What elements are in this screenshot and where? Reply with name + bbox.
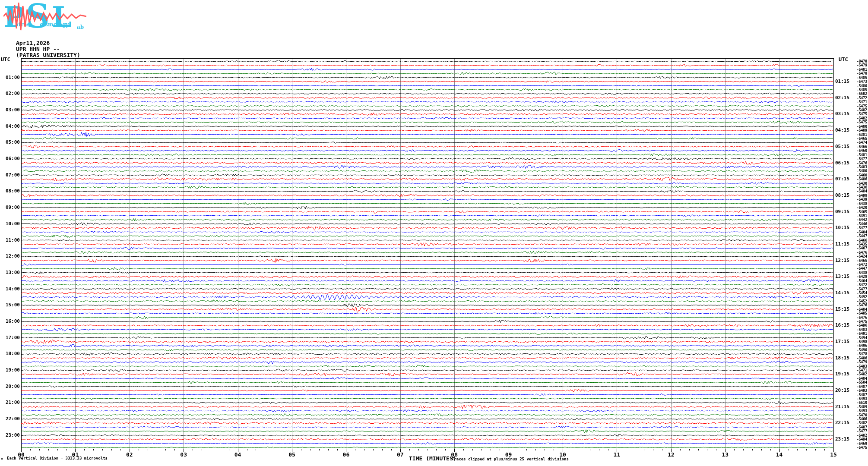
scale-note: Each Vertical Division = 3333.33 microvo… bbox=[7, 456, 108, 460]
hour-label-left: 05:00 bbox=[0, 140, 20, 145]
row-offset-value: -5473 bbox=[857, 80, 867, 84]
hour-label-left: 03:00 bbox=[0, 107, 20, 112]
row-offset-value: -5454 bbox=[857, 291, 867, 295]
row-offset-value: -5470 bbox=[857, 413, 867, 417]
row-offset-value: -5428 bbox=[857, 275, 867, 279]
psl-logo: P S L atras eismology ab bbox=[3, 2, 86, 33]
hour-label-right: 16:15 bbox=[835, 323, 849, 327]
row-offset-value: -5479 bbox=[857, 63, 867, 67]
row-offset-value: -5476 bbox=[857, 251, 867, 255]
row-offset-value: -5391 bbox=[857, 214, 867, 218]
hour-label-right: 03:15 bbox=[835, 111, 849, 116]
seismic-wave-icon bbox=[3, 2, 86, 33]
hour-label-right: 12:15 bbox=[835, 258, 849, 263]
x-axis-title: TIME (MINUTES) bbox=[409, 455, 456, 462]
row-offset-value: -5466 bbox=[857, 239, 867, 242]
hour-label-left: 18:00 bbox=[0, 351, 20, 356]
corner-mark: m bbox=[1, 457, 3, 460]
row-offset-value: -5475 bbox=[857, 446, 867, 450]
hour-label-left: 02:00 bbox=[0, 91, 20, 96]
hour-label-left: 16:00 bbox=[0, 319, 20, 324]
row-offset-value: -5460 bbox=[857, 149, 867, 153]
row-offset-value: -5381 bbox=[857, 133, 867, 137]
row-offset-value: -5466 bbox=[857, 145, 867, 149]
row-offset-value: -5494 bbox=[857, 336, 867, 340]
row-offset-value: -5466 bbox=[857, 417, 867, 421]
hour-label-left: 07:00 bbox=[0, 173, 20, 177]
row-offset-value: -5435 bbox=[857, 242, 867, 246]
row-offset-value: -5480 bbox=[857, 84, 867, 88]
minute-label: 03 bbox=[180, 451, 187, 458]
row-offset-value: -5436 bbox=[857, 186, 867, 189]
row-offset-value: -5438 bbox=[857, 202, 867, 206]
helicorder-canvas bbox=[0, 0, 868, 466]
hour-label-right: 18:15 bbox=[835, 356, 849, 360]
row-offset-value: -5465 bbox=[857, 259, 867, 263]
hour-label-left: 14:00 bbox=[0, 287, 20, 291]
hour-label-right: 17:15 bbox=[835, 339, 849, 344]
row-offset-value: -5478 bbox=[857, 352, 867, 356]
utc-title-left: UTC bbox=[1, 57, 10, 63]
minute-label: 15 bbox=[830, 451, 837, 458]
row-offset-value: -5484 bbox=[857, 189, 867, 193]
hour-label-right: 10:15 bbox=[835, 225, 849, 230]
hour-label-right: 11:15 bbox=[835, 242, 849, 246]
row-offset-value: -5477 bbox=[857, 429, 867, 433]
hour-label-left: 04:00 bbox=[0, 124, 20, 129]
row-offset-value: -5493 bbox=[857, 389, 867, 393]
row-offset-value: -5475 bbox=[857, 112, 867, 116]
minute-label: 12 bbox=[668, 451, 675, 458]
minute-label: 13 bbox=[722, 451, 729, 458]
row-offset-value: -5487 bbox=[857, 393, 867, 397]
hour-label-right: 15:15 bbox=[835, 307, 849, 312]
hour-label-left: 09:00 bbox=[0, 205, 20, 210]
hour-label-right: 23:15 bbox=[835, 437, 849, 441]
row-offset-value: -5482 bbox=[857, 372, 867, 376]
header-institution: (PATRAS UNIVERSITY) bbox=[16, 52, 80, 58]
row-offset-value: -5447 bbox=[857, 267, 867, 271]
row-offset-value: -5420 bbox=[857, 206, 867, 210]
row-offset-value: -5486 bbox=[857, 356, 867, 360]
row-offset-value: -5424 bbox=[857, 255, 867, 258]
minute-label: 04 bbox=[234, 451, 241, 458]
row-offset-value: -5486 bbox=[857, 177, 867, 181]
hour-label-right: 04:15 bbox=[835, 128, 849, 132]
row-offset-value: -5493 bbox=[857, 365, 867, 368]
row-offset-value: -5481 bbox=[857, 68, 867, 72]
minute-label: 14 bbox=[776, 451, 783, 458]
hour-label-left: 10:00 bbox=[0, 221, 20, 226]
row-offset-value: -5475 bbox=[857, 120, 867, 124]
row-offset-value: -5487 bbox=[857, 425, 867, 429]
row-offset-value: -5465 bbox=[857, 210, 867, 214]
row-offset-value: -5475 bbox=[857, 104, 867, 108]
hour-label-right: 14:15 bbox=[835, 290, 849, 295]
hour-label-right: 09:15 bbox=[835, 209, 849, 214]
row-offset-value: -5476 bbox=[857, 316, 867, 320]
hour-label-left: 19:00 bbox=[0, 368, 20, 372]
hour-label-left: 23:00 bbox=[0, 433, 20, 438]
clip-note: Traces clipped at plus/minus 25 vertical… bbox=[452, 457, 569, 461]
hour-label-right: 20:15 bbox=[835, 388, 849, 393]
row-offset-value: -5430 bbox=[857, 182, 867, 186]
row-offset-value: -5472 bbox=[857, 283, 867, 287]
row-offset-value: -5472 bbox=[857, 96, 867, 100]
row-offset-value: -5471 bbox=[857, 368, 867, 372]
row-offset-value: -5492 bbox=[857, 295, 867, 299]
row-offset-value: -5447 bbox=[857, 234, 867, 238]
row-offset-value: -5487 bbox=[857, 385, 867, 389]
row-offset-value: -5452 bbox=[857, 299, 867, 303]
row-offset-value: -5476 bbox=[857, 303, 867, 307]
hour-label-left: 20:00 bbox=[0, 384, 20, 389]
hour-label-left: 17:00 bbox=[0, 335, 20, 340]
utc-title-right: UTC bbox=[839, 57, 848, 63]
row-offset-value: -5475 bbox=[857, 320, 867, 324]
row-offset-value: -5504 bbox=[857, 381, 867, 384]
hour-label-left: 11:00 bbox=[0, 238, 20, 242]
row-offset-value: -5510 bbox=[857, 401, 867, 405]
row-offset-value: -5496 bbox=[857, 344, 867, 348]
hour-label-left: 06:00 bbox=[0, 156, 20, 161]
hour-label-right: 05:15 bbox=[835, 144, 849, 149]
row-offset-value: -5482 bbox=[857, 421, 867, 425]
row-offset-value: -5472 bbox=[857, 263, 867, 267]
hour-label-right: 06:15 bbox=[835, 161, 849, 165]
